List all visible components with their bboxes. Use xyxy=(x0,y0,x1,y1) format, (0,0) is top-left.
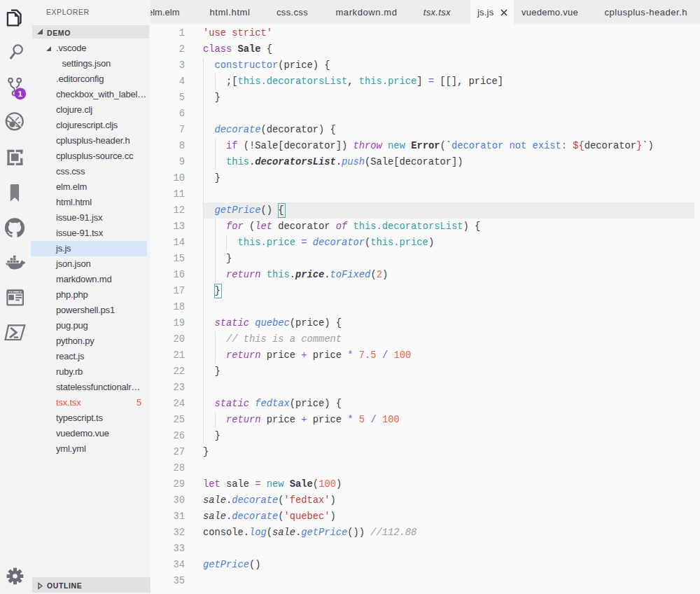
svg-text:1: 1 xyxy=(18,90,22,98)
